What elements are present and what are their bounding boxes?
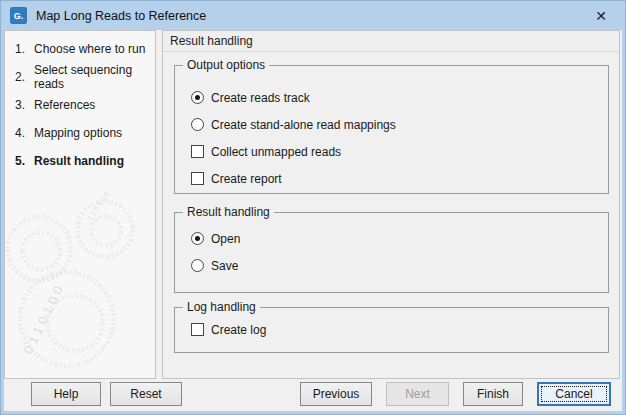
close-icon[interactable]: ✕ [590,5,612,27]
titlebar: G. Map Long Reads to Reference ✕ [1,1,625,30]
finish-button[interactable]: Finish [463,382,523,406]
wizard-steps-sidebar: 1. Choose where to run 2. Select sequenc… [4,30,156,379]
option-label: Create report [211,172,282,186]
window-title: Map Long Reads to Reference [36,9,206,23]
checkbox-icon [191,145,204,158]
help-button[interactable]: Help [31,382,101,406]
checkbox-icon [191,323,204,336]
checkbox-icon [191,172,204,185]
step-label: Mapping options [34,126,122,140]
option-label: Create stand-alone read mappings [211,118,396,132]
group-legend: Output options [183,58,269,73]
option-label: Create reads track [211,91,310,105]
next-button: Next [386,382,449,406]
step-result-handling: 5. Result handling [5,147,155,175]
dialog-body: 1. Choose where to run 2. Select sequenc… [4,30,622,411]
result-handling-panel: Result handling Output options Create re… [162,30,620,379]
radio-open[interactable]: Open [175,225,608,252]
step-label: Choose where to run [34,42,145,56]
radio-icon [191,118,204,131]
step-select-sequencing-reads: 2. Select sequencing reads [5,63,155,91]
radio-icon [191,91,204,104]
group-legend: Log handling [183,300,260,315]
radio-save[interactable]: Save [175,252,608,279]
app-icon: G. [10,7,27,24]
step-label: Result handling [34,154,124,168]
footer-right-buttons: Previous Next Finish Cancel [300,382,611,406]
group-legend: Result handling [183,205,274,220]
step-number: 1. [15,42,34,56]
log-handling-group: Log handling Create log [174,307,609,353]
step-number: 3. [15,98,34,112]
output-options-group: Output options Create reads track Create… [174,65,609,194]
step-number: 4. [15,126,34,140]
step-mapping-options: 4. Mapping options [5,119,155,147]
option-label: Open [211,232,240,246]
checkbox-create-report[interactable]: Create report [175,165,608,192]
reset-button[interactable]: Reset [110,382,182,406]
option-label: Collect unmapped reads [211,145,341,159]
step-number: 5. [15,154,34,168]
checkbox-create-log[interactable]: Create log [175,316,608,343]
radio-icon [191,259,204,272]
radio-create-standalone-read-mappings[interactable]: Create stand-alone read mappings [175,111,608,138]
dialog-footer: Help Reset Previous Next Finish Cancel [4,378,622,411]
checkbox-collect-unmapped-reads[interactable]: Collect unmapped reads [175,138,608,165]
step-references: 3. References [5,91,155,119]
option-label: Save [211,259,238,273]
result-handling-group: Result handling Open Save [174,212,609,293]
cancel-button[interactable]: Cancel [537,382,611,406]
steps-list: 1. Choose where to run 2. Select sequenc… [5,31,155,175]
radio-icon [191,232,204,245]
step-label: References [34,98,95,112]
binary-spiral-watermark: 1001011010010110100101101001011010010110… [5,141,155,376]
option-label: Create log [211,323,266,337]
step-choose-where-to-run: 1. Choose where to run [5,35,155,63]
map-long-reads-dialog: G. Map Long Reads to Reference ✕ 1. Choo… [0,0,626,415]
step-label: Select sequencing reads [34,63,155,91]
step-number: 2. [15,70,34,84]
footer-left-buttons: Help Reset [31,382,182,406]
radio-create-reads-track[interactable]: Create reads track [175,84,608,111]
previous-button[interactable]: Previous [300,382,372,406]
panel-title: Result handling [163,31,619,52]
